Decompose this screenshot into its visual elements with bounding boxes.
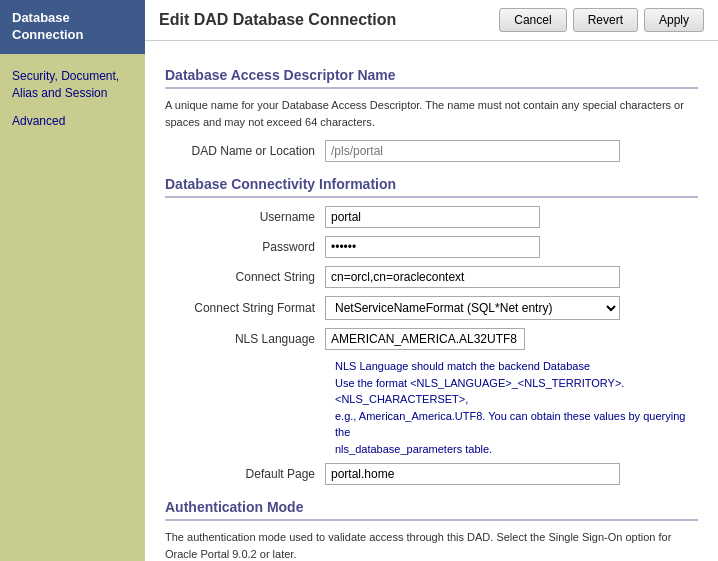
header-buttons: Cancel Revert Apply [499, 8, 704, 32]
default-page-label: Default Page [165, 467, 325, 481]
apply-button[interactable]: Apply [644, 8, 704, 32]
password-label: Password [165, 240, 325, 254]
username-label: Username [165, 210, 325, 224]
nls-hint-line1: NLS Language should match the backend Da… [335, 360, 590, 372]
default-page-row: Default Page [165, 463, 698, 485]
nls-hint: NLS Language should match the backend Da… [335, 358, 698, 457]
dad-name-label: DAD Name or Location [165, 144, 325, 158]
username-input[interactable] [325, 206, 540, 228]
nls-language-input[interactable] [325, 328, 525, 350]
sidebar-title-line1: Database [12, 10, 70, 25]
sidebar-title-line2: Connection [12, 27, 84, 42]
default-page-input[interactable] [325, 463, 620, 485]
auth-section-title: Authentication Mode [165, 499, 698, 521]
password-input[interactable] [325, 236, 540, 258]
connect-string-format-row: Connect String Format NetServiceNameForm… [165, 296, 698, 320]
nls-hint-line4: nls_database_parameters table. [335, 443, 492, 455]
main-panel: Edit DAD Database Connection Cancel Reve… [145, 0, 718, 561]
nls-hint-line2: Use the format <NLS_LANGUAGE>_<NLS_TERRI… [335, 377, 624, 406]
main-header: Edit DAD Database Connection Cancel Reve… [145, 0, 718, 41]
connect-string-label: Connect String [165, 270, 325, 284]
connect-string-format-select[interactable]: NetServiceNameFormat (SQL*Net entry) TNS… [325, 296, 620, 320]
dad-section-title: Database Access Descriptor Name [165, 67, 698, 89]
auth-section-desc: The authentication mode used to validate… [165, 529, 698, 561]
cancel-button[interactable]: Cancel [499, 8, 566, 32]
sidebar-header: Database Connection [0, 0, 145, 54]
content-area: Database Access Descriptor Name A unique… [145, 41, 718, 561]
username-row: Username [165, 206, 698, 228]
connect-string-input[interactable] [325, 266, 620, 288]
nls-hint-line3: e.g., American_America.UTF8. You can obt… [335, 410, 685, 439]
revert-button[interactable]: Revert [573, 8, 638, 32]
connectivity-section-title: Database Connectivity Information [165, 176, 698, 198]
sidebar-item-advanced[interactable]: Advanced [0, 107, 145, 136]
dad-section-desc: A unique name for your Database Access D… [165, 97, 698, 130]
dad-name-row: DAD Name or Location [165, 140, 698, 162]
connect-string-format-label: Connect String Format [165, 301, 325, 315]
connect-string-row: Connect String [165, 266, 698, 288]
dad-name-input[interactable] [325, 140, 620, 162]
password-row: Password [165, 236, 698, 258]
sidebar: Database Connection Security, Document, … [0, 0, 145, 561]
sidebar-item-security[interactable]: Security, Document, Alias and Session [0, 62, 145, 108]
sidebar-nav: Security, Document, Alias and Session Ad… [0, 54, 145, 144]
nls-language-row: NLS Language [165, 328, 698, 350]
nls-language-label: NLS Language [165, 332, 325, 346]
page-title: Edit DAD Database Connection [159, 11, 396, 29]
